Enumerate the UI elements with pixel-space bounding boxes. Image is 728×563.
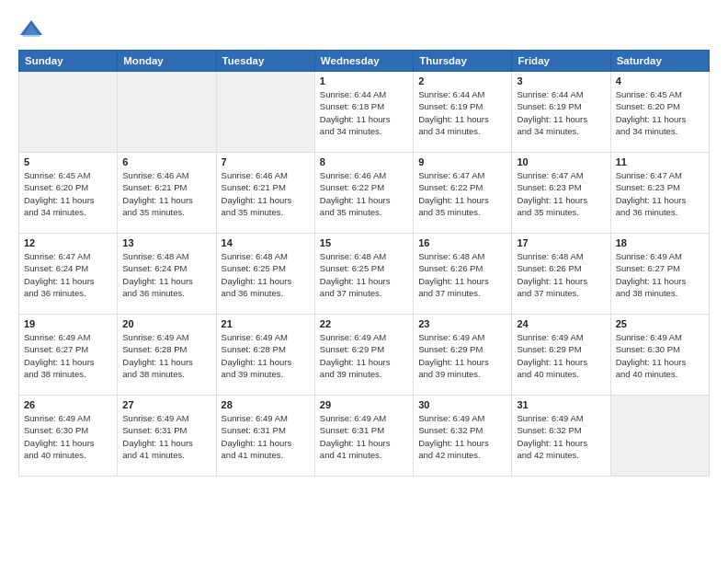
day-number: 3 — [517, 75, 605, 86]
day-number: 15 — [320, 237, 408, 248]
weekday-header-wednesday: Wednesday — [314, 51, 413, 72]
day-cell: 4Sunrise: 6:45 AM Sunset: 6:20 PM Daylig… — [610, 72, 709, 153]
day-info: Sunrise: 6:49 AM Sunset: 6:30 PM Dayligh… — [616, 331, 704, 380]
day-info: Sunrise: 6:48 AM Sunset: 6:26 PM Dayligh… — [418, 250, 506, 299]
day-number: 12 — [24, 237, 112, 248]
day-cell — [216, 72, 314, 153]
day-cell: 8Sunrise: 6:46 AM Sunset: 6:22 PM Daylig… — [314, 153, 413, 234]
day-cell — [610, 396, 709, 477]
day-info: Sunrise: 6:48 AM Sunset: 6:25 PM Dayligh… — [320, 250, 408, 299]
day-number: 14 — [222, 237, 310, 248]
day-cell: 10Sunrise: 6:47 AM Sunset: 6:23 PM Dayli… — [512, 153, 610, 234]
day-cell: 26Sunrise: 6:49 AM Sunset: 6:30 PM Dayli… — [19, 396, 118, 477]
day-number: 19 — [24, 318, 112, 329]
page: SundayMondayTuesdayWednesdayThursdayFrid… — [0, 0, 728, 563]
day-cell: 19Sunrise: 6:49 AM Sunset: 6:27 PM Dayli… — [19, 315, 118, 396]
day-number: 9 — [418, 156, 506, 167]
day-number: 26 — [24, 399, 112, 410]
day-number: 10 — [517, 156, 605, 167]
day-number: 21 — [222, 318, 310, 329]
week-row-0: 1Sunrise: 6:44 AM Sunset: 6:18 PM Daylig… — [19, 72, 710, 153]
day-number: 16 — [418, 237, 506, 248]
day-info: Sunrise: 6:49 AM Sunset: 6:28 PM Dayligh… — [222, 331, 310, 380]
day-number: 29 — [320, 399, 408, 410]
day-cell: 16Sunrise: 6:48 AM Sunset: 6:26 PM Dayli… — [414, 234, 512, 315]
header — [18, 17, 710, 42]
day-number: 8 — [320, 156, 408, 167]
day-cell: 21Sunrise: 6:49 AM Sunset: 6:28 PM Dayli… — [216, 315, 314, 396]
day-info: Sunrise: 6:49 AM Sunset: 6:31 PM Dayligh… — [122, 412, 210, 461]
day-info: Sunrise: 6:49 AM Sunset: 6:28 PM Dayligh… — [122, 331, 210, 380]
calendar-table: SundayMondayTuesdayWednesdayThursdayFrid… — [18, 50, 710, 477]
logo — [18, 17, 48, 42]
day-number: 5 — [24, 156, 112, 167]
day-number: 24 — [517, 318, 605, 329]
day-info: Sunrise: 6:49 AM Sunset: 6:27 PM Dayligh… — [24, 331, 112, 380]
day-cell: 20Sunrise: 6:49 AM Sunset: 6:28 PM Dayli… — [118, 315, 216, 396]
day-cell: 22Sunrise: 6:49 AM Sunset: 6:29 PM Dayli… — [314, 315, 413, 396]
day-number: 7 — [222, 156, 310, 167]
day-number: 13 — [122, 237, 210, 248]
day-cell: 1Sunrise: 6:44 AM Sunset: 6:18 PM Daylig… — [314, 72, 413, 153]
day-info: Sunrise: 6:49 AM Sunset: 6:30 PM Dayligh… — [24, 412, 112, 461]
day-cell: 11Sunrise: 6:47 AM Sunset: 6:23 PM Dayli… — [610, 153, 709, 234]
day-info: Sunrise: 6:49 AM Sunset: 6:31 PM Dayligh… — [320, 412, 408, 461]
day-cell: 30Sunrise: 6:49 AM Sunset: 6:32 PM Dayli… — [414, 396, 512, 477]
weekday-header-friday: Friday — [512, 51, 610, 72]
day-cell — [118, 72, 216, 153]
day-number: 11 — [616, 156, 704, 167]
day-cell: 28Sunrise: 6:49 AM Sunset: 6:31 PM Dayli… — [216, 396, 314, 477]
weekday-header-tuesday: Tuesday — [216, 51, 314, 72]
day-cell: 29Sunrise: 6:49 AM Sunset: 6:31 PM Dayli… — [314, 396, 413, 477]
day-info: Sunrise: 6:46 AM Sunset: 6:21 PM Dayligh… — [222, 169, 310, 218]
week-row-3: 19Sunrise: 6:49 AM Sunset: 6:27 PM Dayli… — [19, 315, 710, 396]
day-number: 1 — [320, 75, 408, 86]
day-info: Sunrise: 6:47 AM Sunset: 6:23 PM Dayligh… — [517, 169, 605, 218]
day-number: 20 — [122, 318, 210, 329]
day-cell: 13Sunrise: 6:48 AM Sunset: 6:24 PM Dayli… — [118, 234, 216, 315]
day-info: Sunrise: 6:47 AM Sunset: 6:24 PM Dayligh… — [24, 250, 112, 299]
day-cell: 18Sunrise: 6:49 AM Sunset: 6:27 PM Dayli… — [610, 234, 709, 315]
day-info: Sunrise: 6:44 AM Sunset: 6:19 PM Dayligh… — [517, 88, 605, 137]
day-info: Sunrise: 6:49 AM Sunset: 6:29 PM Dayligh… — [418, 331, 506, 380]
day-cell: 31Sunrise: 6:49 AM Sunset: 6:32 PM Dayli… — [512, 396, 610, 477]
weekday-header-monday: Monday — [118, 51, 216, 72]
day-info: Sunrise: 6:49 AM Sunset: 6:29 PM Dayligh… — [320, 331, 408, 380]
day-cell: 27Sunrise: 6:49 AM Sunset: 6:31 PM Dayli… — [118, 396, 216, 477]
day-cell: 24Sunrise: 6:49 AM Sunset: 6:29 PM Dayli… — [512, 315, 610, 396]
day-number: 31 — [517, 399, 605, 410]
weekday-header-thursday: Thursday — [414, 51, 512, 72]
day-info: Sunrise: 6:48 AM Sunset: 6:26 PM Dayligh… — [517, 250, 605, 299]
week-row-1: 5Sunrise: 6:45 AM Sunset: 6:20 PM Daylig… — [19, 153, 710, 234]
day-info: Sunrise: 6:47 AM Sunset: 6:23 PM Dayligh… — [616, 169, 704, 218]
day-number: 28 — [222, 399, 310, 410]
day-cell: 3Sunrise: 6:44 AM Sunset: 6:19 PM Daylig… — [512, 72, 610, 153]
day-info: Sunrise: 6:49 AM Sunset: 6:29 PM Dayligh… — [517, 331, 605, 380]
day-number: 25 — [616, 318, 704, 329]
logo-icon — [18, 17, 44, 42]
day-info: Sunrise: 6:49 AM Sunset: 6:31 PM Dayligh… — [222, 412, 310, 461]
day-cell: 9Sunrise: 6:47 AM Sunset: 6:22 PM Daylig… — [414, 153, 512, 234]
day-cell: 15Sunrise: 6:48 AM Sunset: 6:25 PM Dayli… — [314, 234, 413, 315]
day-number: 30 — [418, 399, 506, 410]
day-cell — [19, 72, 118, 153]
day-number: 17 — [517, 237, 605, 248]
day-info: Sunrise: 6:49 AM Sunset: 6:32 PM Dayligh… — [418, 412, 506, 461]
day-cell: 14Sunrise: 6:48 AM Sunset: 6:25 PM Dayli… — [216, 234, 314, 315]
day-cell: 12Sunrise: 6:47 AM Sunset: 6:24 PM Dayli… — [19, 234, 118, 315]
day-info: Sunrise: 6:45 AM Sunset: 6:20 PM Dayligh… — [24, 169, 112, 218]
day-info: Sunrise: 6:45 AM Sunset: 6:20 PM Dayligh… — [616, 88, 704, 137]
day-cell: 25Sunrise: 6:49 AM Sunset: 6:30 PM Dayli… — [610, 315, 709, 396]
day-number: 4 — [616, 75, 704, 86]
week-row-2: 12Sunrise: 6:47 AM Sunset: 6:24 PM Dayli… — [19, 234, 710, 315]
day-info: Sunrise: 6:48 AM Sunset: 6:25 PM Dayligh… — [222, 250, 310, 299]
day-cell: 23Sunrise: 6:49 AM Sunset: 6:29 PM Dayli… — [414, 315, 512, 396]
day-number: 23 — [418, 318, 506, 329]
weekday-header-sunday: Sunday — [19, 51, 118, 72]
day-info: Sunrise: 6:44 AM Sunset: 6:19 PM Dayligh… — [418, 88, 506, 137]
day-number: 2 — [418, 75, 506, 86]
weekday-header-row: SundayMondayTuesdayWednesdayThursdayFrid… — [19, 51, 710, 72]
weekday-header-saturday: Saturday — [610, 51, 709, 72]
day-info: Sunrise: 6:48 AM Sunset: 6:24 PM Dayligh… — [122, 250, 210, 299]
day-info: Sunrise: 6:49 AM Sunset: 6:32 PM Dayligh… — [517, 412, 605, 461]
